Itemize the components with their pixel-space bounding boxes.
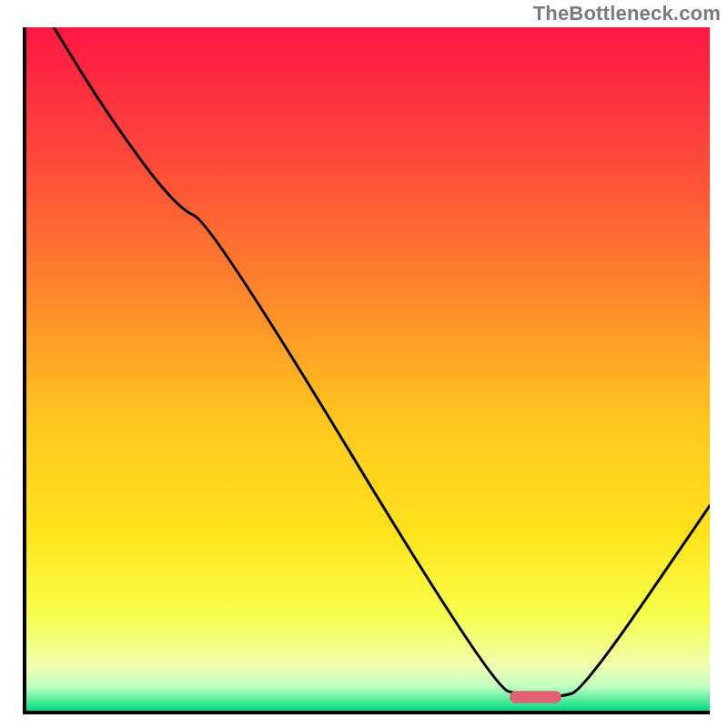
gradient-background [26, 27, 710, 711]
optimal-marker [510, 691, 561, 703]
chart-frame: TheBottleneck.com [0, 0, 728, 728]
plot-area [23, 27, 710, 714]
chart-svg [26, 27, 710, 711]
watermark-text: TheBottleneck.com [533, 2, 721, 25]
